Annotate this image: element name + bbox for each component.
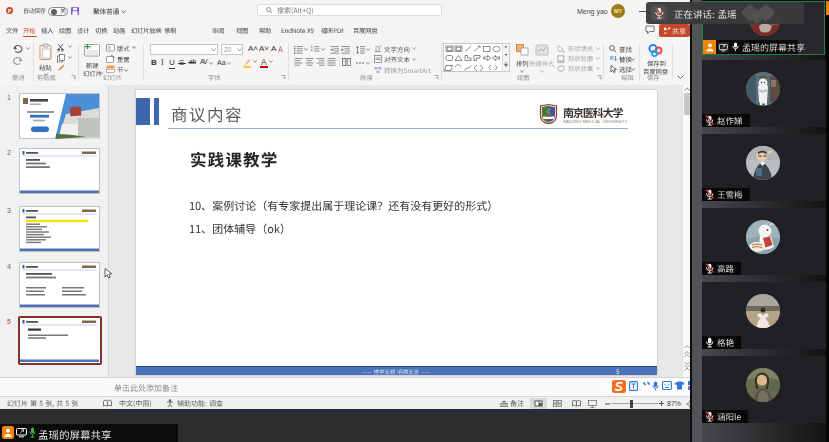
- svg-text:P: P: [8, 7, 12, 13]
- svg-text:3: 3: [311, 49, 313, 53]
